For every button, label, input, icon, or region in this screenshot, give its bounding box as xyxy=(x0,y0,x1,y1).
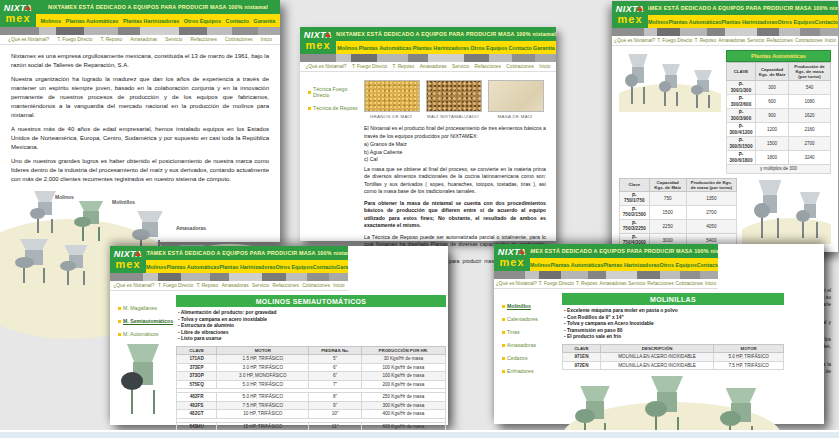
nav-molinos[interactable]: Molinos xyxy=(337,45,357,51)
nav-molinos[interactable]: Molinos xyxy=(41,18,61,24)
subnav-inicio[interactable]: Inicio xyxy=(261,37,272,42)
clave-link[interactable]: 373EP xyxy=(177,363,217,372)
nav-garantia[interactable]: Garantía xyxy=(336,264,348,270)
nav-contacto[interactable]: Contacto xyxy=(226,18,249,24)
subnav-t-reposo[interactable]: T. Reposo xyxy=(197,283,219,288)
nav-plantas-harinizadoras[interactable]: Plantas Harinizadoras xyxy=(603,262,659,268)
subnav-t-fuego-directo[interactable]: T. Fuego Directo xyxy=(57,37,92,42)
nav-plantas-harinizadoras[interactable]: Plantas Harinizadoras xyxy=(413,45,469,51)
subnav-inicio[interactable]: Inicio xyxy=(825,38,836,43)
subnav-inicio[interactable]: Inicio xyxy=(333,283,344,288)
nav-plantas-automaticas[interactable]: Plantas Automáticas xyxy=(166,264,219,270)
nav-contacto[interactable]: Contacto xyxy=(508,45,531,51)
clave-link[interactable]: P-750/2/1500 xyxy=(620,205,650,219)
subnav-cotizaciones[interactable]: Cotizaciones xyxy=(506,64,533,69)
sidebar-item-tecnica-fuego-directo[interactable]: Técnica Fuego Directo xyxy=(308,86,364,98)
sidebar-item-m-automaticos[interactable]: M. Automáticos xyxy=(118,331,176,337)
subnav-t-fuego-directo[interactable]: T. Fuego Directo xyxy=(657,38,692,43)
subnav-que-es-nixtamal[interactable]: ¿Qué es Nixtamal? xyxy=(496,281,537,286)
subnav-cotizaciones[interactable]: Cotizaciones xyxy=(676,281,703,286)
subnav-refacciones[interactable]: Refacciones xyxy=(647,281,673,286)
subnav-amasadoras[interactable]: Amasadoras xyxy=(718,38,745,43)
nav-plantas-harinizadoras[interactable]: Plantas Harinizadoras xyxy=(123,18,179,24)
collage-label-amasadoras[interactable]: Amasadoras xyxy=(176,225,206,231)
subnav-inicio[interactable]: Inicio xyxy=(705,281,716,286)
subnav-que-es-nixtamal[interactable]: ¿Qué es Nixtamal? xyxy=(113,283,154,288)
clave-link[interactable]: 171AD xyxy=(177,355,217,364)
sidebar-item-molinillos[interactable]: Molinillos xyxy=(502,303,562,309)
sidebar-item-m-magallanes[interactable]: M. Magallanes xyxy=(118,305,176,311)
nixtamex-logo[interactable]: NIXTA mex xyxy=(300,27,336,54)
nixtamex-logo[interactable]: NIXTA mex xyxy=(494,244,530,271)
clave-link[interactable]: 971EN xyxy=(563,353,601,362)
nav-molinos[interactable]: Molinos xyxy=(530,262,550,268)
collage-label-molinos[interactable]: Molinos xyxy=(55,194,74,200)
subnav-que-es-nixtamal[interactable]: ¿Qué es Nixtamal? xyxy=(8,37,49,42)
subnav-inicio[interactable]: Inicio xyxy=(539,64,550,69)
clave-link[interactable]: P-750/3/2250 xyxy=(620,219,650,233)
nav-otros-equipos[interactable]: Otros Equipos xyxy=(184,18,221,24)
subnav-servicio[interactable]: Servicio xyxy=(165,37,182,42)
nav-otros-equipos[interactable]: Otros Equipos xyxy=(470,45,507,51)
clave-link[interactable]: P-300/3/900 xyxy=(727,109,756,123)
clave-link[interactable]: 373OP xyxy=(177,372,217,381)
clave-link[interactable]: 575EQ xyxy=(177,380,217,389)
plantas-photo[interactable] xyxy=(12,239,56,283)
clave-link[interactable]: P-300/2/600 xyxy=(727,95,756,109)
nav-plantas-automaticas[interactable]: Plantas Automáticas xyxy=(668,19,721,25)
subnav-servicio[interactable]: Servicio xyxy=(747,38,764,43)
nav-plantas-harinizadoras[interactable]: Plantas Harinizadoras xyxy=(721,19,777,25)
molinillos-photo[interactable] xyxy=(72,201,110,241)
sidebar-item-tecnica-de-reposo[interactable]: Técnica de Reposo xyxy=(308,105,364,111)
clave-link[interactable]: P-750/1/750 xyxy=(620,191,650,205)
nav-otros-equipos[interactable]: Otros Equipos xyxy=(660,262,697,268)
subnav-cotizaciones[interactable]: Cotizaciones xyxy=(225,37,252,42)
collage-label-molinillos[interactable]: Molinillos xyxy=(112,199,135,205)
sidebar-item-amasadoras[interactable]: Amasadoras xyxy=(502,342,562,348)
subnav-refacciones[interactable]: Refacciones xyxy=(273,283,299,288)
subnav-t-reposo[interactable]: T. Reposo xyxy=(101,37,123,42)
sidebar-item-cedazos[interactable]: Cedazos xyxy=(502,355,562,361)
nav-garantia[interactable]: Garantía xyxy=(254,18,276,24)
clave-link[interactable]: P-300/6/1800 xyxy=(727,151,756,165)
nav-molinos[interactable]: Molinos xyxy=(648,19,668,25)
subnav-t-reposo[interactable]: T. Reposo xyxy=(393,64,415,69)
subnav-refacciones[interactable]: Refacciones xyxy=(475,64,501,69)
nav-otros-equipos[interactable]: Otros Equipos xyxy=(778,19,815,25)
subnav-servicio[interactable]: Servicio xyxy=(252,283,269,288)
subnav-t-reposo[interactable]: T. Reposo xyxy=(695,38,717,43)
nav-contacto[interactable]: Contacto xyxy=(815,19,838,25)
subnav-que-es-nixtamal[interactable]: ¿Qué es Nixtamal? xyxy=(614,38,655,43)
subnav-servicio[interactable]: Servicio xyxy=(628,281,645,286)
subnav-t-fuego-directo[interactable]: T. Fuego Directo xyxy=(158,283,193,288)
nav-plantas-harinizadoras[interactable]: Plantas Harinizadoras xyxy=(219,264,275,270)
nixtamex-logo[interactable]: NIXTA mex xyxy=(110,246,146,273)
nixtamex-logo[interactable]: NIXTA mex xyxy=(0,0,36,27)
nav-plantas-automaticas[interactable]: Plantas Automáticas xyxy=(550,262,603,268)
nav-plantas-automaticas[interactable]: Plantas Automáticas xyxy=(359,45,412,51)
subnav-cotizaciones[interactable]: Cotizaciones xyxy=(795,38,822,43)
subnav-t-reposo[interactable]: T. Reposo xyxy=(576,281,598,286)
subnav-t-fuego-directo[interactable]: T. Fuego Directo xyxy=(539,281,574,286)
subnav-que-es-nixtamal[interactable]: ¿Qué es Nixtamal? xyxy=(305,64,346,69)
subnav-refacciones[interactable]: Refacciones xyxy=(767,38,793,43)
subnav-amasadoras[interactable]: Amasadoras xyxy=(599,281,626,286)
nav-garantia[interactable]: Garantía xyxy=(533,45,555,51)
clave-link[interactable]: 482FR xyxy=(177,393,217,402)
subnav-amasadoras[interactable]: Amasadoras xyxy=(420,64,447,69)
nav-contacto[interactable]: Contacto xyxy=(697,262,718,268)
subnav-refacciones[interactable]: Refacciones xyxy=(191,37,217,42)
clave-link[interactable]: P-300/4/1200 xyxy=(727,123,756,137)
sidebar-item-enfriadores[interactable]: Enfriadores xyxy=(502,368,562,374)
nav-otros-equipos[interactable]: Otros Equipos xyxy=(276,264,313,270)
subnav-t-fuego-directo[interactable]: T. Fuego Directo xyxy=(352,64,387,69)
sidebar-item-m-semiautomaticos[interactable]: M. Semiautomáticos xyxy=(118,318,176,324)
subnav-amasadoras[interactable]: Amasadoras xyxy=(130,37,157,42)
clave-link[interactable]: 482GT xyxy=(177,410,217,419)
clave-link[interactable]: 972EN xyxy=(563,361,601,370)
nav-contacto[interactable]: Contacto xyxy=(313,264,336,270)
clave-link[interactable]: P-300/5/1500 xyxy=(727,137,756,151)
clave-link[interactable]: P-300/1/300 xyxy=(727,81,756,95)
sidebar-item-calentadores[interactable]: Calentadores xyxy=(502,316,562,322)
nixtamex-logo[interactable]: NIXTA mex xyxy=(612,1,648,28)
